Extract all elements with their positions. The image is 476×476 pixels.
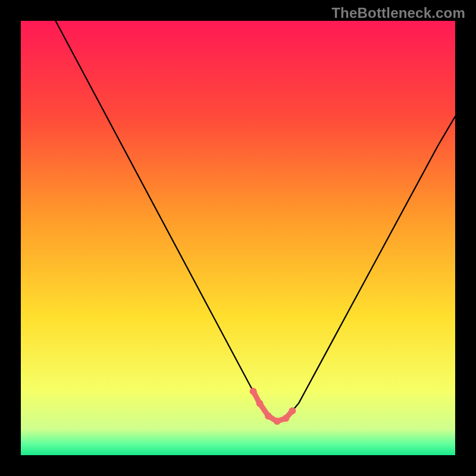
valley-point bbox=[265, 412, 272, 419]
valley-point bbox=[256, 400, 264, 407]
valley-point bbox=[274, 418, 281, 425]
chart-frame: TheBottleneck.com bbox=[0, 0, 476, 476]
valley-point bbox=[289, 408, 296, 415]
valley-point bbox=[250, 388, 257, 395]
watermark-text: TheBottleneck.com bbox=[331, 5, 465, 21]
plot-background bbox=[21, 21, 455, 455]
valley-point bbox=[282, 415, 289, 422]
bottleneck-chart bbox=[0, 0, 476, 476]
